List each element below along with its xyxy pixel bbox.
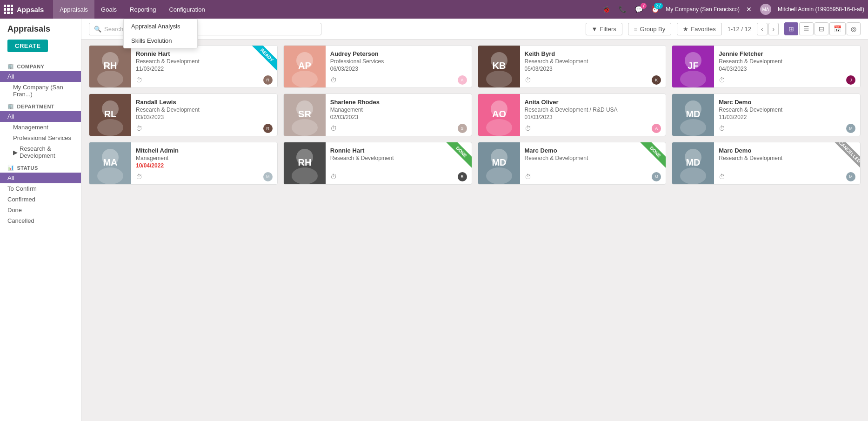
card-clock-icon: ⏱: [330, 173, 337, 180]
card-name: Audrey Peterson: [330, 50, 467, 57]
svg-point-26: [486, 119, 512, 136]
card-photo: MD: [672, 94, 714, 136]
dropdown-skills-evolution[interactable]: Skills Evolution: [124, 33, 197, 48]
nav-reporting[interactable]: Reporting: [123, 0, 162, 19]
svg-text:MD: MD: [686, 109, 701, 119]
nav-configuration[interactable]: Configuration: [162, 0, 211, 19]
card-body: Sharlene Rhodes Management 02/03/2023 ⏱ …: [326, 94, 472, 136]
filters-label: Filters: [600, 26, 616, 33]
card-avatar: M: [263, 172, 273, 181]
card-body: Keith Byrd Research & Development 05/03/…: [520, 46, 666, 87]
chat-icon[interactable]: 💬 7: [633, 4, 645, 15]
card-clock-icon: ⏱: [719, 76, 725, 84]
card-item[interactable]: CANCELLED MD Marc Demo Research & Develo…: [672, 142, 861, 185]
company-section-icon: 🏢: [7, 63, 14, 69]
svg-text:AP: AP: [298, 60, 311, 71]
sidebar-item-management[interactable]: Management: [0, 122, 81, 133]
filters-button[interactable]: ▼ Filters: [586, 23, 622, 35]
view-calendar-button[interactable]: 📅: [829, 22, 846, 35]
card-item[interactable]: KB Keith Byrd Research & Development 05/…: [478, 45, 667, 88]
card-avatar: R: [263, 75, 273, 85]
apps-icon[interactable]: [4, 5, 13, 14]
page-info: 1-12 / 12: [728, 26, 751, 33]
card-date: 03/03/2023: [136, 114, 273, 120]
debug-icon[interactable]: 🐞: [601, 4, 612, 15]
favorites-button[interactable]: ★ Favorites: [677, 23, 721, 35]
next-page-button[interactable]: ›: [768, 23, 779, 35]
card-photo: JF: [672, 46, 714, 87]
card-department: Management: [330, 107, 467, 113]
app-name: Appsals: [17, 6, 44, 13]
card-clock-icon: ⏱: [330, 125, 337, 132]
card-photo: MA: [89, 142, 131, 184]
card-footer: ⏱ R: [136, 75, 273, 85]
activity-badge: 37: [654, 3, 663, 9]
card-item[interactable]: JF Jennie Fletcher Research & Developmen…: [672, 45, 861, 88]
card-footer: ⏱ M: [719, 172, 855, 181]
sidebar-item-research[interactable]: ▶ Research & Development: [0, 143, 81, 161]
card-item[interactable]: AP Audrey Peterson Professional Services…: [283, 45, 472, 88]
card-name: Randall Lewis: [136, 99, 273, 106]
card-item[interactable]: DONE RH Ronnie Hart Research & Developme…: [283, 142, 472, 185]
ribbon-label: DONE: [640, 142, 666, 168]
card-item[interactable]: SR Sharlene Rhodes Management 02/03/2023…: [283, 94, 472, 136]
filter-icon: ▼: [592, 26, 598, 33]
card-body: Marc Demo Research & Development 11/03/2…: [714, 94, 860, 136]
card-item[interactable]: DONE MD Marc Demo Research & Development…: [478, 142, 667, 185]
card-item[interactable]: MD Marc Demo Research & Development 11/0…: [672, 94, 861, 136]
svg-text:RH: RH: [298, 157, 311, 167]
view-kanban-button[interactable]: ⊞: [784, 22, 798, 35]
sidebar-item-to-confirm[interactable]: To Confirm: [0, 183, 81, 194]
sidebar-item-status-all[interactable]: All: [0, 173, 81, 183]
card-footer: ⏱ A: [525, 124, 661, 133]
svg-text:SR: SR: [298, 109, 311, 119]
nav-appraisals[interactable]: Appraisals: [53, 0, 94, 19]
activity-icon[interactable]: ⏰ 37: [649, 4, 661, 15]
phone-icon[interactable]: 📞: [617, 4, 628, 15]
star-icon: ★: [683, 26, 688, 33]
company-name[interactable]: My Company (San Francisco): [666, 6, 740, 13]
svg-text:RL: RL: [104, 109, 117, 119]
card-footer: ⏱ K: [525, 75, 661, 85]
svg-text:AO: AO: [492, 109, 506, 119]
sidebar-item-confirmed[interactable]: Confirmed: [0, 194, 81, 205]
sidebar-item-mycompany[interactable]: My Company (San Fran...): [0, 82, 81, 100]
cards-grid: READY RH Ronnie Hart Research & Developm…: [89, 45, 861, 185]
card-avatar: M: [846, 124, 855, 133]
card-item[interactable]: MA Mitchell Admin Management 10/04/2022 …: [89, 142, 278, 185]
card-footer: ⏱ R: [330, 172, 467, 181]
card-department: Research & Development: [136, 107, 273, 113]
svg-text:RH: RH: [104, 60, 117, 71]
card-avatar: K: [652, 75, 661, 85]
view-list-button[interactable]: ☰: [799, 22, 814, 35]
card-item[interactable]: AO Anita Oliver Research & Development /…: [478, 94, 667, 136]
groupby-button[interactable]: ≡ Group By: [628, 23, 672, 35]
card-department: Research & Development / R&D USA: [525, 107, 661, 113]
sidebar-item-dept-all[interactable]: All: [0, 111, 81, 122]
ribbon-label: CANCELLED: [834, 142, 860, 168]
dropdown-appraisal-analysis[interactable]: Appraisal Analysis: [124, 19, 197, 33]
groupby-label: Group By: [640, 26, 665, 33]
card-date: 05/03/2023: [525, 66, 661, 72]
sidebar-item-company-all[interactable]: All: [0, 71, 81, 82]
cards-area: READY RH Ronnie Hart Research & Developm…: [81, 40, 868, 421]
user-avatar[interactable]: MA: [758, 2, 773, 17]
card-clock-icon: ⏱: [136, 125, 142, 132]
card-avatar: R: [263, 124, 273, 133]
card-item[interactable]: READY RH Ronnie Hart Research & Developm…: [89, 45, 278, 88]
prev-page-button[interactable]: ‹: [757, 23, 767, 35]
sidebar-item-done[interactable]: Done: [0, 205, 81, 215]
sidebar-item-professional-services[interactable]: Professional Services: [0, 133, 81, 143]
view-circle-button[interactable]: ◎: [847, 22, 861, 35]
sidebar-item-cancelled[interactable]: Cancelled: [0, 215, 81, 226]
card-body: Mitchell Admin Management 10/04/2022 ⏱ M: [131, 142, 277, 184]
create-button[interactable]: CREATE: [7, 40, 48, 52]
research-label: Research & Development: [20, 145, 73, 159]
nav-goals[interactable]: Goals: [94, 0, 123, 19]
settings-icon[interactable]: ✕: [744, 4, 754, 15]
view-grid-button[interactable]: ⊟: [815, 22, 828, 35]
main-layout: Appraisals CREATE 🏢 COMPANY All My Compa…: [0, 19, 868, 421]
card-date: 06/03/2023: [330, 66, 467, 72]
ribbon: DONE: [444, 142, 472, 170]
card-item[interactable]: RL Randall Lewis Research & Development …: [89, 94, 278, 136]
